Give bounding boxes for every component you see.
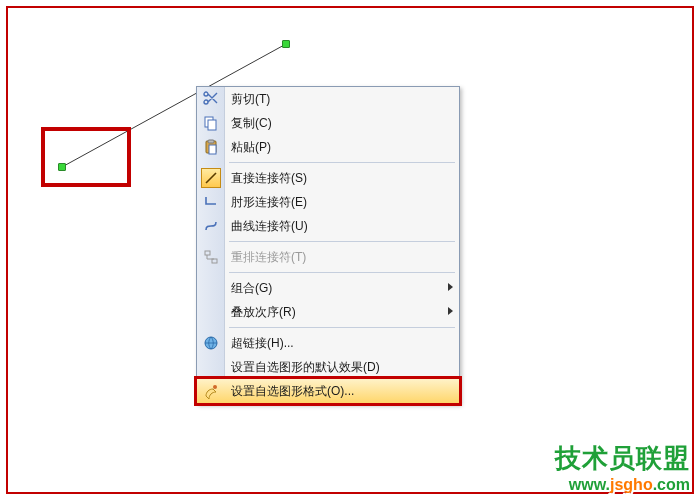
menu-order-label: 叠放次序(R) (231, 304, 296, 321)
menu-format-autoshape[interactable]: 设置自选图形格式(O)... (196, 378, 460, 404)
menu-order[interactable]: 叠放次序(R) (197, 300, 459, 324)
elbow-connector-icon (201, 192, 221, 212)
hyperlink-icon (201, 333, 221, 353)
format-icon (201, 381, 221, 401)
menu-separator (229, 241, 455, 242)
svg-rect-8 (212, 259, 217, 263)
menu-curve-connector-label: 曲线连接符(U) (231, 218, 308, 235)
annotation-box (41, 127, 131, 187)
svg-rect-5 (209, 145, 216, 154)
menu-straight-connector-label: 直接连接符(S) (231, 170, 307, 187)
svg-rect-2 (208, 120, 216, 130)
menu-set-default[interactable]: 设置自选图形的默认效果(D) (197, 355, 459, 379)
menu-curve-connector[interactable]: 曲线连接符(U) (197, 214, 459, 238)
menu-reroute-label: 重排连接符(T) (231, 249, 306, 266)
menu-cut-label: 剪切(T) (231, 91, 270, 108)
menu-straight-connector[interactable]: 直接连接符(S) (197, 166, 459, 190)
menu-group-label: 组合(G) (231, 280, 272, 297)
menu-paste-label: 粘贴(P) (231, 139, 271, 156)
menu-elbow-connector-label: 肘形连接符(E) (231, 194, 307, 211)
curve-connector-icon (201, 216, 221, 236)
submenu-arrow-icon (448, 307, 453, 315)
menu-copy[interactable]: 复制(C) (197, 111, 459, 135)
menu-set-default-label: 设置自选图形的默认效果(D) (231, 359, 380, 376)
menu-separator (229, 162, 455, 163)
reroute-icon (201, 247, 221, 267)
svg-line-6 (206, 173, 216, 183)
straight-connector-icon (201, 168, 221, 188)
svg-rect-7 (205, 251, 210, 255)
menu-format-autoshape-label: 设置自选图形格式(O)... (231, 383, 354, 400)
line-endpoint-handle[interactable] (282, 40, 290, 48)
menu-copy-label: 复制(C) (231, 115, 272, 132)
menu-separator (229, 327, 455, 328)
menu-cut[interactable]: 剪切(T) (197, 87, 459, 111)
menu-group[interactable]: 组合(G) (197, 276, 459, 300)
paste-icon (201, 137, 221, 157)
menu-separator (229, 272, 455, 273)
menu-reroute-connectors: 重排连接符(T) (197, 245, 459, 269)
svg-point-10 (213, 385, 217, 389)
menu-hyperlink[interactable]: 超链接(H)... (197, 331, 459, 355)
menu-elbow-connector[interactable]: 肘形连接符(E) (197, 190, 459, 214)
menu-hyperlink-label: 超链接(H)... (231, 335, 294, 352)
svg-rect-4 (208, 140, 214, 143)
context-menu: 剪切(T) 复制(C) 粘贴(P) 直接连接符(S) 肘形连接符(E) 曲线连接… (196, 86, 460, 404)
menu-paste[interactable]: 粘贴(P) (197, 135, 459, 159)
scissors-icon (201, 89, 221, 109)
copy-icon (201, 113, 221, 133)
submenu-arrow-icon (448, 283, 453, 291)
